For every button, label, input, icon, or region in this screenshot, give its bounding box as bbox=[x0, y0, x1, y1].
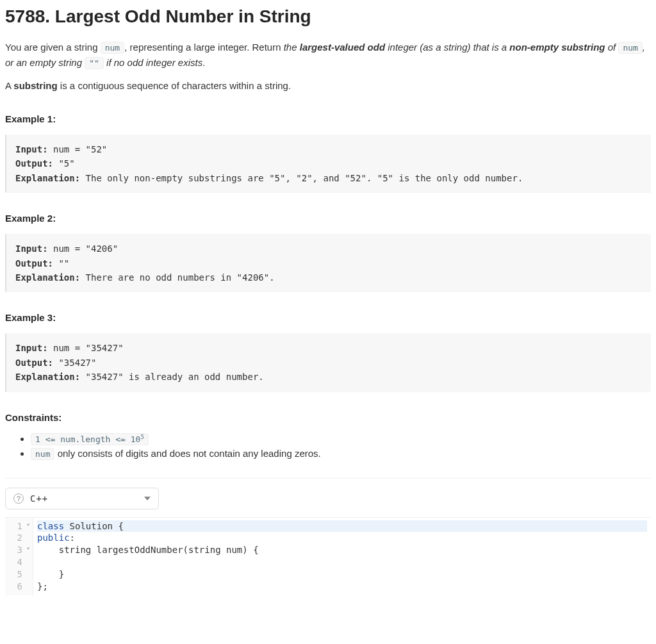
code-token: : bbox=[70, 533, 75, 543]
text: , representing a large integer. Return bbox=[124, 42, 283, 53]
text-bold: substring bbox=[13, 80, 57, 91]
constraints-list: 1 <= num.length <= 105 num only consists… bbox=[5, 433, 651, 459]
text: You are given a string bbox=[5, 42, 101, 53]
example-heading: Example 1: bbox=[5, 111, 651, 127]
problem-paragraph-1: You are given a string num, representing… bbox=[5, 40, 651, 70]
code-token: } bbox=[37, 569, 64, 579]
text: is a contiguous sequence of characters w… bbox=[58, 80, 291, 91]
problem-title: 5788. Largest Odd Number in String bbox=[5, 6, 651, 27]
text-sup: 5 bbox=[140, 433, 144, 440]
text-italic: the bbox=[284, 42, 300, 53]
help-icon[interactable]: ? bbox=[13, 493, 24, 504]
code-line[interactable]: }; bbox=[37, 581, 647, 593]
language-label: C++ bbox=[30, 493, 48, 504]
constraint-item: 1 <= num.length <= 105 bbox=[31, 433, 651, 444]
code-token: public bbox=[37, 533, 70, 543]
inline-code-num: num bbox=[101, 42, 124, 54]
example-input-label: Input: bbox=[15, 244, 48, 254]
code-token: Solution bbox=[70, 521, 119, 531]
line-number: 1 bbox=[5, 520, 29, 533]
inline-code-num: num bbox=[618, 42, 642, 54]
divider bbox=[5, 478, 651, 479]
code-token: }; bbox=[37, 581, 48, 591]
example-explanation-label: Explanation: bbox=[15, 173, 80, 183]
chevron-down-icon bbox=[144, 497, 151, 500]
code-line[interactable]: public: bbox=[37, 532, 647, 544]
code-token bbox=[37, 557, 80, 567]
inline-code-num: num bbox=[31, 448, 54, 460]
example-input-label: Input: bbox=[15, 343, 48, 353]
code-token: { bbox=[118, 521, 123, 531]
code-line[interactable]: } bbox=[37, 568, 647, 581]
code-line[interactable]: class Solution { bbox=[37, 520, 647, 533]
editor-gutter: 123456 bbox=[5, 518, 33, 595]
code-editor[interactable]: 123456 class Solution {public: string la… bbox=[5, 517, 651, 595]
text-bold-italic: non-empty substring bbox=[509, 42, 605, 53]
language-selector[interactable]: ? C++ bbox=[5, 488, 159, 509]
example-block: Input: num = "4206" Output: "" Explanati… bbox=[5, 234, 651, 292]
example-output-label: Output: bbox=[15, 158, 53, 169]
inline-code-constraint: 1 <= num.length <= 105 bbox=[31, 433, 149, 445]
example-output-label: Output: bbox=[15, 358, 53, 368]
text: only consists of digits and does not con… bbox=[54, 448, 320, 459]
inline-code-empty: "" bbox=[85, 57, 104, 69]
example-heading: Example 3: bbox=[5, 310, 651, 326]
text-italic: of bbox=[605, 42, 619, 53]
text-bold-italic: largest-valued odd bbox=[300, 42, 385, 53]
code-line[interactable] bbox=[37, 556, 647, 568]
problem-paragraph-2: A substring is a contiguous sequence of … bbox=[5, 78, 651, 94]
code-line[interactable]: string largestOddNumber(string num) { bbox=[37, 544, 647, 556]
text-italic: integer (as a string) that is a bbox=[385, 42, 509, 53]
line-number: 2 bbox=[5, 532, 29, 544]
example-explanation-label: Explanation: bbox=[15, 272, 80, 283]
line-number: 3 bbox=[5, 544, 29, 556]
code-token: string largestOddNumber(string num) { bbox=[37, 545, 259, 555]
example-heading: Example 2: bbox=[5, 211, 651, 226]
text: . bbox=[202, 57, 205, 68]
example-explanation-label: Explanation: bbox=[15, 372, 80, 382]
example-block: Input: num = "52" Output: "5" Explanatio… bbox=[5, 135, 651, 193]
line-number: 6 bbox=[5, 581, 29, 593]
example-output-label: Output: bbox=[15, 258, 53, 268]
example-input-label: Input: bbox=[15, 144, 48, 154]
code-token: class bbox=[37, 521, 70, 531]
text-italic: if no odd integer exists bbox=[104, 57, 202, 68]
text: A bbox=[5, 80, 13, 91]
example-block: Input: num = "35427" Output: "35427" Exp… bbox=[5, 333, 651, 392]
editor-code-area[interactable]: class Solution {public: string largestOd… bbox=[33, 518, 651, 595]
line-number: 5 bbox=[5, 568, 29, 581]
line-number: 4 bbox=[5, 556, 29, 568]
text: 1 <= num.length <= 10 bbox=[35, 434, 140, 444]
constraint-item: num only consists of digits and does not… bbox=[31, 448, 651, 459]
constraints-heading: Constraints: bbox=[5, 410, 651, 425]
